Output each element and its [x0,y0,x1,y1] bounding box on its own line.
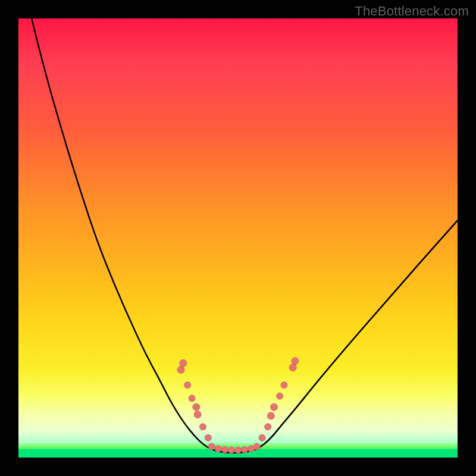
data-dot-right-2 [267,412,274,419]
data-dot-left-1 [177,366,184,373]
data-dot-left-0 [180,359,187,367]
data-dot-right-4 [277,393,283,399]
watermark-text: TheBottleneck.com [355,4,469,19]
curve-right-curve [256,220,458,449]
outer-frame: TheBottleneck.com [0,0,476,476]
data-dot-bottom-3 [228,447,234,453]
data-dot-bottom-2 [221,446,228,453]
data-dot-left-7 [205,434,211,441]
data-dot-right-6 [289,364,296,371]
data-dot-left-4 [193,403,200,411]
data-dot-right-3 [271,403,278,411]
bottleneck-curve [32,18,458,453]
data-dot-right-5 [281,382,287,389]
data-dot-left-6 [199,424,206,430]
data-dot-right-1 [265,424,271,430]
data-dot-bottom-5 [242,446,248,453]
data-dot-left-5 [194,411,201,418]
data-dot-bottom-7 [253,443,260,450]
data-dot-right-7 [292,358,299,365]
data-dot-bottom-1 [215,446,221,452]
plot-area [18,18,458,458]
data-dot-left-2 [184,382,191,389]
data-dot-left-3 [189,395,195,402]
data-dot-bottom-4 [235,447,242,453]
plot-svg [18,18,458,458]
data-dot-bottom-0 [208,443,215,450]
data-dot-right-0 [259,434,265,441]
